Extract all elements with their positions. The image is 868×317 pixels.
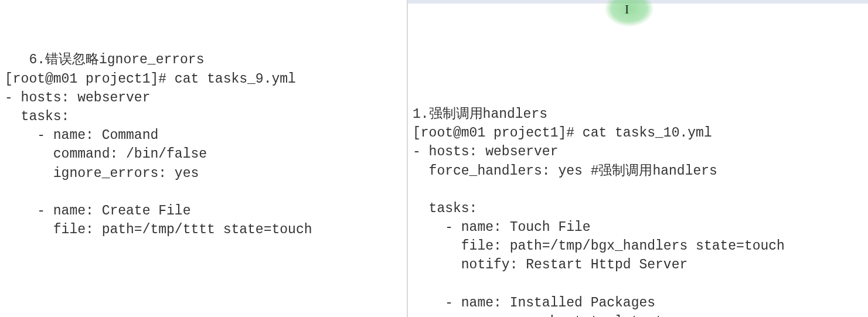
left-pane: 6.错误忽略ignore_errors [root@m01 project1]#… xyxy=(0,0,408,317)
right-pane: I 1.强制调用handlers [root@m01 project1]# ca… xyxy=(408,0,868,317)
cursor-highlight xyxy=(604,0,654,27)
top-bar xyxy=(408,0,868,4)
split-view: 6.错误忽略ignore_errors [root@m01 project1]#… xyxy=(0,0,868,317)
